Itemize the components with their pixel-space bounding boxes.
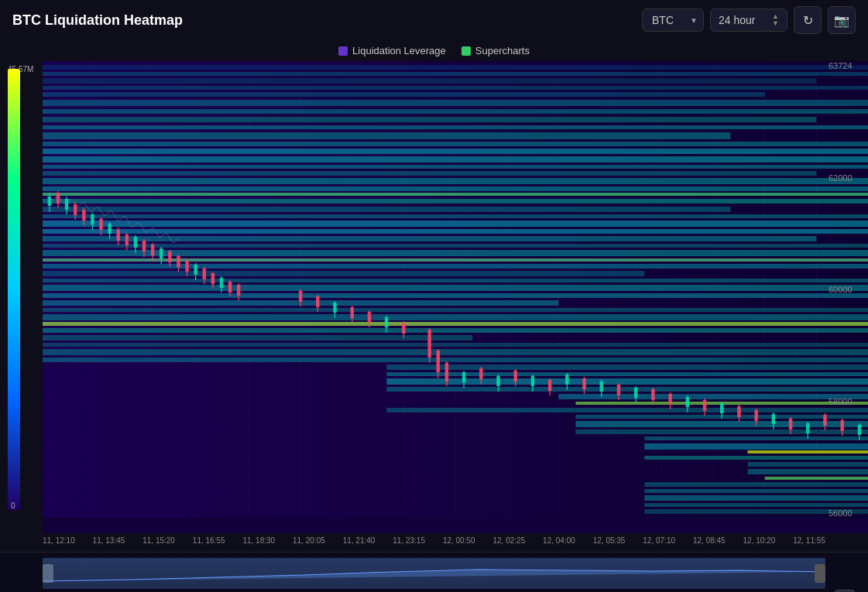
y-axis-label-2: 62000 [829, 173, 868, 183]
svg-rect-120 [220, 278, 223, 288]
x-axis-label: 12, 04:00 [543, 536, 575, 550]
svg-rect-146 [462, 372, 465, 382]
svg-rect-32 [43, 186, 868, 191]
svg-rect-47 [43, 293, 868, 298]
svg-rect-34 [43, 199, 868, 204]
svg-rect-110 [177, 256, 180, 267]
x-axis-label: 11, 12:10 [43, 536, 75, 550]
svg-rect-20 [43, 92, 765, 97]
y-axis-label-bottom: 56000 [829, 508, 868, 518]
svg-rect-86 [74, 204, 77, 215]
minimap-inner[interactable] [43, 558, 825, 589]
asset-select-wrapper[interactable]: BTC ETH SOL BNB ▼ [642, 9, 704, 32]
svg-rect-28 [43, 156, 868, 163]
svg-rect-102 [142, 241, 146, 252]
timeframe-select-wrapper[interactable]: 24 hour ▲▼ [710, 9, 787, 32]
svg-rect-122 [228, 282, 232, 293]
svg-rect-114 [194, 265, 197, 275]
y-axis-right: 63724 62000 60000 58000 56000 [825, 61, 868, 518]
svg-rect-184 [789, 419, 792, 429]
svg-rect-132 [351, 307, 354, 318]
svg-rect-134 [368, 312, 371, 323]
refresh-button[interactable]: ↻ [794, 6, 822, 34]
svg-rect-52 [43, 328, 868, 333]
svg-rect-63 [386, 408, 868, 412]
svg-rect-82 [57, 193, 60, 204]
legend-item-supercharts: Supercharts [461, 45, 530, 56]
svg-rect-174 [703, 400, 706, 411]
svg-rect-88 [82, 210, 85, 221]
svg-rect-49 [43, 308, 868, 312]
svg-rect-154 [531, 376, 534, 386]
header: BTC Liquidation Heatmap BTC ETH SOL BNB … [0, 0, 868, 40]
scroll-right-thumb[interactable] [815, 564, 825, 583]
svg-rect-164 [617, 385, 620, 395]
svg-rect-60 [386, 387, 868, 392]
svg-rect-160 [582, 378, 585, 389]
svg-rect-25 [43, 132, 730, 139]
svg-rect-166 [634, 388, 637, 398]
svg-rect-158 [565, 375, 568, 385]
x-axis-label: 11, 21:40 [343, 536, 376, 550]
svg-rect-90 [91, 214, 94, 224]
svg-rect-61 [558, 394, 868, 399]
svg-rect-41 [43, 250, 868, 256]
svg-rect-156 [548, 380, 551, 391]
svg-rect-182 [772, 414, 775, 424]
y-axis-label-top: 63724 [829, 61, 868, 70]
svg-rect-186 [806, 423, 809, 433]
svg-rect-98 [125, 234, 129, 245]
x-axis-label: 12, 05:35 [593, 536, 626, 550]
legend-label-supercharts: Supercharts [475, 45, 530, 56]
x-axis-label: 11, 20:05 [293, 536, 325, 550]
svg-rect-96 [116, 230, 119, 241]
timeframe-arrows-icon: ▲▼ [772, 13, 779, 27]
svg-rect-54 [43, 343, 868, 347]
svg-rect-176 [720, 403, 723, 413]
chart-area: 45.57M 0 [0, 61, 868, 533]
color-scale-bar [8, 69, 20, 510]
minimap[interactable] [0, 552, 868, 592]
legend: Liquidation Leverage Supercharts [0, 40, 868, 61]
svg-rect-21 [43, 100, 868, 106]
chart-canvas[interactable]: coinglass 63724 62000 60000 58000 56000 [43, 61, 868, 533]
svg-rect-18 [43, 78, 816, 84]
minimap-fill [43, 558, 825, 589]
x-axis-label: 11, 18:30 [242, 536, 275, 550]
x-axis-label: 12, 07:10 [643, 536, 675, 550]
asset-select[interactable]: BTC ETH SOL BNB [642, 9, 704, 32]
svg-rect-130 [333, 303, 336, 313]
svg-rect-136 [385, 317, 388, 327]
timeframe-value: 24 hour [719, 14, 755, 26]
x-axis-label: 12, 02:25 [492, 536, 525, 550]
svg-rect-36 [43, 214, 868, 218]
svg-rect-150 [496, 376, 499, 386]
svg-rect-26 [43, 142, 868, 146]
x-axis-label: 11, 13:45 [93, 536, 125, 550]
camera-button[interactable]: 📷 [828, 6, 856, 34]
svg-rect-92 [99, 219, 102, 230]
svg-rect-104 [151, 245, 154, 255]
svg-rect-44 [43, 271, 644, 276]
x-axis-label: 12, 08:45 [693, 536, 726, 550]
svg-rect-126 [299, 291, 302, 302]
x-axis-label: 11, 23:15 [393, 536, 425, 550]
svg-rect-39 [43, 236, 816, 241]
svg-rect-51 [43, 322, 868, 326]
svg-rect-56 [43, 358, 868, 362]
svg-rect-45 [43, 279, 868, 282]
svg-rect-178 [737, 406, 740, 417]
camera-icon: 📷 [834, 13, 849, 28]
svg-rect-42 [43, 258, 868, 262]
legend-item-liquidation: Liquidation Leverage [338, 45, 446, 56]
svg-rect-27 [43, 149, 868, 154]
svg-rect-152 [514, 371, 517, 382]
y-axis-label-3: 60000 [829, 285, 868, 294]
svg-rect-116 [203, 269, 206, 279]
svg-rect-16 [43, 65, 868, 70]
svg-rect-17 [43, 72, 868, 76]
svg-rect-40 [43, 244, 868, 248]
svg-rect-144 [445, 363, 448, 382]
svg-rect-148 [479, 368, 482, 379]
svg-rect-84 [65, 199, 68, 210]
